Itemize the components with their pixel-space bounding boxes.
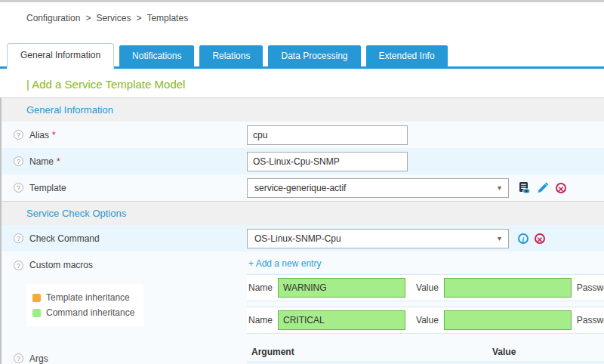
- tab-extended-info[interactable]: Extended Info: [366, 45, 448, 66]
- macro-name-input[interactable]: [278, 310, 405, 330]
- check-command-label: Check Command: [29, 233, 100, 244]
- clear-command-icon[interactable]: ✕: [535, 233, 545, 244]
- tab-bar: General Information Notifications Relati…: [0, 43, 604, 69]
- macro-name-label: Name: [248, 315, 273, 325]
- check-command-selected-value: OS-Linux-SNMP-Cpu: [254, 233, 341, 244]
- name-input[interactable]: [247, 152, 408, 171]
- macro-inheritance-legend: Template inheritance Command inheritance: [26, 284, 143, 326]
- view-template-icon[interactable]: [518, 181, 531, 194]
- macro-entry-critical: Name Value Password: [247, 307, 604, 334]
- macro-value-label: Value: [416, 282, 439, 293]
- args-table-header: Argument Value: [247, 344, 604, 359]
- command-inheritance-label: Command inheritance: [46, 305, 134, 320]
- args-label: Args: [29, 353, 48, 364]
- command-inheritance-swatch: [32, 309, 41, 317]
- check-command-select[interactable]: OS-Linux-SNMP-Cpu ▾: [247, 229, 509, 248]
- template-inheritance-swatch: [32, 294, 41, 302]
- page-title: | Add a Service Template Model: [26, 78, 604, 91]
- help-icon[interactable]: ?: [14, 261, 23, 270]
- check-command-row: ? Check Command OS-Linux-SNMP-Cpu ▾ i ✕: [2, 225, 604, 251]
- chevron-down-icon: ▾: [498, 184, 501, 192]
- service-template-form: General Information ? Alias * ? Name * ?…: [0, 97, 604, 364]
- template-inheritance-label: Template inheritance: [46, 290, 130, 305]
- macro-value-input[interactable]: [444, 278, 572, 298]
- section-service-check-options: Service Check Options: [2, 201, 604, 225]
- help-icon[interactable]: ?: [14, 156, 23, 166]
- info-icon[interactable]: i: [518, 233, 528, 244]
- help-icon[interactable]: ?: [14, 183, 23, 193]
- tab-data-processing[interactable]: Data Processing: [268, 45, 360, 66]
- args-empty-message: No argument found for this command: [247, 361, 604, 364]
- tab-general-information[interactable]: General Information: [7, 43, 114, 69]
- breadcrumb-separator: >: [85, 13, 91, 23]
- chevron-down-icon: ▾: [498, 234, 501, 242]
- alias-input[interactable]: [247, 125, 408, 145]
- macro-entry-warning: Name Value Password: [247, 274, 604, 301]
- alias-label: Alias: [29, 130, 49, 140]
- macro-name-label: Name: [248, 282, 273, 293]
- breadcrumb-item-services[interactable]: Services: [96, 13, 131, 23]
- macro-password-label: Password: [577, 282, 604, 293]
- value-column-header: Value: [492, 347, 516, 357]
- argument-column-header: Argument: [251, 347, 492, 357]
- breadcrumb-item-configuration[interactable]: Configuration: [26, 13, 80, 23]
- custom-macros-label: Custom macros: [29, 260, 93, 270]
- help-icon[interactable]: ?: [14, 130, 23, 140]
- breadcrumb: Configuration>Services>Templates: [0, 2, 604, 23]
- args-row: ? Args Argument Value No argument found …: [2, 341, 604, 364]
- tab-relations[interactable]: Relations: [199, 45, 263, 66]
- help-icon[interactable]: ?: [14, 353, 23, 363]
- section-general-information: General Information: [2, 97, 604, 122]
- template-row: ? Template service-generique-actif ▾: [2, 174, 604, 201]
- name-label: Name: [29, 156, 54, 167]
- name-row: ? Name *: [2, 148, 604, 174]
- delete-template-icon[interactable]: ✕: [556, 183, 566, 193]
- macro-value-input[interactable]: [444, 310, 572, 330]
- edit-pencil-icon[interactable]: [537, 181, 550, 194]
- template-label: Template: [29, 183, 66, 193]
- macro-value-label: Value: [416, 315, 439, 325]
- breadcrumb-separator: >: [136, 13, 141, 23]
- macro-name-input[interactable]: [278, 278, 405, 298]
- help-icon[interactable]: ?: [14, 233, 23, 243]
- tab-notifications[interactable]: Notifications: [119, 45, 194, 66]
- add-entry-link[interactable]: + Add a new entry: [247, 251, 321, 274]
- required-marker: *: [57, 156, 60, 167]
- alias-row: ? Alias *: [2, 122, 604, 148]
- required-marker: *: [52, 130, 56, 140]
- breadcrumb-item-templates[interactable]: Templates: [146, 13, 188, 23]
- custom-macros-row: ? Custom macros Template inheritance Com…: [2, 251, 604, 341]
- template-selected-value: service-generique-actif: [254, 183, 346, 193]
- template-select[interactable]: service-generique-actif ▾: [247, 178, 509, 198]
- macro-password-label: Password: [577, 315, 604, 325]
